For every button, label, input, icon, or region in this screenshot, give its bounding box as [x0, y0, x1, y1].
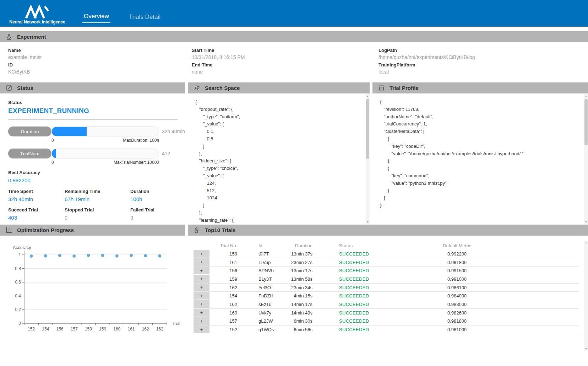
tab-overview[interactable]: Overview — [82, 13, 110, 23]
end-time-value: none — [192, 69, 379, 75]
trial-metric-cell: 0.991000 — [391, 276, 523, 282]
top10-table-header: Trial No. Id Duration Status Default Met… — [194, 241, 579, 250]
svg-text:156: 156 — [56, 327, 63, 332]
top-navbar: Neural Network Intelligence Overview Tri… — [0, 0, 588, 27]
scroll-up-icon[interactable]: ▲ — [584, 241, 588, 244]
trial-id-cell: Uvk7y — [242, 310, 288, 316]
expand-row-button[interactable]: + — [194, 292, 209, 300]
duration-progress-value: 32h 40min — [162, 129, 185, 134]
trial-metric-cell: 0.984000 — [391, 293, 523, 298]
search-space-panel: Search Space { "dropout_rate": { "_type"… — [188, 82, 370, 225]
trial-status-cell: SUCCEEDED — [316, 276, 391, 282]
logpath-label: LogPath — [379, 48, 588, 53]
top10-table-body: +159t0I7T13min 37sSUCCEEDED0.992200+161I… — [194, 250, 579, 334]
trial-no-cell: 157 — [209, 318, 242, 324]
trial-no-cell: 152 — [209, 327, 242, 332]
brand-home-link[interactable]: Neural Network Intelligence — [0, 3, 71, 27]
trial-no-cell: 154 — [209, 293, 242, 298]
expand-row-button[interactable]: + — [194, 258, 209, 267]
trial-duration-cell: 23min 27s — [288, 260, 316, 265]
trial-profile-scrollbar[interactable]: ▲ ▼ — [584, 94, 588, 224]
scroll-up-icon[interactable]: ▲ — [584, 95, 588, 97]
medal-icon — [193, 226, 201, 234]
expand-row-button[interactable]: + — [194, 275, 209, 283]
trial-duration-cell: 4min 15s — [288, 293, 316, 298]
optimization-chart: 00.20.40.60.8115215415615715915916016116… — [0, 243, 185, 350]
status-panel: Status Status EXPERIMENT_RUNNING Duratio… — [0, 82, 185, 225]
tab-trials-detail[interactable]: Trials Detail — [127, 14, 162, 23]
duration-progress-track — [51, 127, 159, 136]
expand-row-button[interactable]: + — [194, 325, 209, 334]
svg-text:160: 160 — [113, 327, 120, 332]
svg-text:157: 157 — [71, 327, 78, 332]
trial-duration-cell: 6min 30s — [288, 318, 316, 324]
nni-overview-page: Neural Network Intelligence Overview Tri… — [0, 0, 588, 366]
table-row: +156SPNVb13min 17sSUCCEEDED0.991500 — [194, 267, 579, 275]
optimization-section-header: Optimization Progress — [0, 225, 185, 236]
expand-row-button[interactable]: + — [194, 317, 209, 325]
time-spent-label: Time Spent — [8, 189, 65, 194]
trial-metric-cell: 0.986100 — [391, 285, 523, 290]
expand-row-button[interactable]: + — [194, 267, 209, 275]
duration-max: MaxDuration: 100h — [123, 138, 159, 143]
table-row: +154FnDZH4min 15sSUCCEEDED0.984000 — [194, 292, 579, 300]
scrollbar-thumb[interactable] — [366, 99, 369, 159]
table-row: +161ITVup23min 27sSUCCEEDED0.991800 — [194, 258, 579, 267]
trial-status-cell: SUCCEEDED — [316, 260, 391, 265]
remaining-time-value: 67h 19min — [65, 196, 130, 202]
trial-duration-cell: 13min 17s — [288, 268, 316, 273]
svg-text:154: 154 — [42, 327, 49, 332]
trial-id-cell: g1WQs — [242, 327, 288, 332]
expand-row-button[interactable]: + — [194, 250, 209, 258]
trial-no-cell: 159 — [209, 276, 242, 282]
status-label: Status — [8, 100, 185, 105]
trial-status-cell: SUCCEEDED — [316, 327, 391, 332]
trial-metric-cell: 0.981000 — [391, 327, 523, 332]
trial-status-cell: SUCCEEDED — [316, 302, 391, 307]
scroll-up-icon[interactable]: ▲ — [366, 95, 370, 97]
remaining-time-label: Remaining Time — [65, 189, 130, 194]
table-row: +160Uvk7y14min 49sSUCCEEDED0.982600 — [194, 309, 579, 317]
scroll-down-icon[interactable]: ▼ — [366, 221, 370, 223]
trial-status-cell: SUCCEEDED — [316, 318, 391, 324]
trial-id-cell: SPNVb — [242, 268, 288, 273]
top10-scrollbar[interactable]: ▲ ▼ — [584, 241, 588, 351]
trial-id-cell: BLy3T — [242, 276, 288, 282]
table-row: +152g1WQs6min 56sSUCCEEDED0.981000 — [194, 325, 579, 334]
status-section-title: Status — [17, 85, 33, 91]
experiment-id-value: KCiBytKB — [8, 69, 192, 75]
trial-duration-cell: 13min 58s — [288, 276, 316, 282]
nni-logo-icon — [24, 5, 50, 19]
trial-id-cell: gL2JW — [242, 318, 288, 324]
duration-value: 100h — [130, 196, 185, 202]
svg-text:0.2: 0.2 — [15, 307, 21, 312]
scroll-down-icon[interactable]: ▼ — [584, 221, 588, 223]
scroll-down-icon[interactable]: ▼ — [584, 348, 588, 350]
svg-text:159: 159 — [99, 327, 106, 332]
search-space-scrollbar[interactable]: ▲ ▼ — [366, 94, 370, 224]
expand-row-button[interactable]: + — [194, 300, 209, 308]
trialnum-progress-track — [51, 149, 159, 158]
trial-id-cell: sEzTu — [242, 302, 288, 307]
expand-row-button[interactable]: + — [194, 309, 209, 317]
trial-no-cell: 162 — [209, 302, 242, 307]
divider — [8, 119, 178, 120]
trial-duration-cell: 23min 34s — [288, 285, 316, 290]
trial-status-cell: SUCCEEDED — [316, 310, 391, 316]
duration-progress-fill — [52, 127, 87, 136]
trial-id-cell: ITVup — [242, 260, 288, 265]
start-time-value: 10/31/2018, 8:16:15 PM — [192, 54, 379, 60]
search-space-section-title: Search Space — [205, 85, 240, 91]
trial-duration-cell: 6min 56s — [288, 327, 316, 332]
best-accuracy-label: Best Accuracy — [8, 170, 185, 175]
trial-duration-cell: 13min 37s — [288, 251, 316, 257]
scrollbar-thumb[interactable] — [584, 99, 588, 145]
gauge-icon — [5, 84, 13, 92]
trial-metric-cell: 0.983000 — [391, 302, 523, 307]
trial-no-cell: 160 — [209, 310, 242, 316]
trial-no-cell: 159 — [209, 251, 242, 257]
trialnum-progress: TrialNum 412 — [8, 149, 185, 158]
svg-text:0.4: 0.4 — [15, 294, 21, 298]
expand-row-button[interactable]: + — [194, 284, 209, 292]
trialnum-progress-value: 412 — [162, 151, 170, 156]
